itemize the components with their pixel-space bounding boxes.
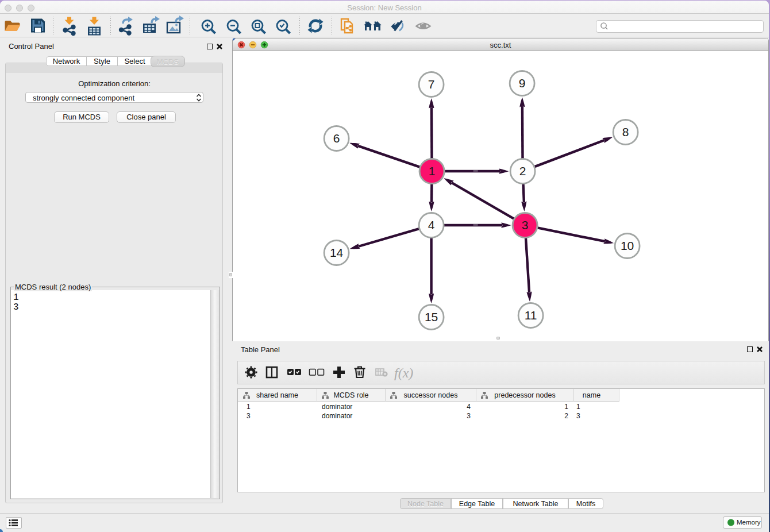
svg-text:14: 14 (330, 246, 344, 259)
svg-text:3: 3 (522, 218, 529, 232)
svg-text:f(x): f(x) (394, 365, 413, 380)
svg-text:1: 1 (429, 164, 436, 178)
svg-text:15: 15 (425, 310, 438, 323)
svg-text:8: 8 (622, 125, 629, 138)
svg-text:6: 6 (333, 132, 340, 145)
svg-text:9: 9 (519, 76, 526, 90)
svg-text:11: 11 (525, 309, 537, 322)
svg-text:2: 2 (519, 164, 526, 178)
svg-text:10: 10 (621, 239, 634, 252)
svg-text:4: 4 (428, 218, 435, 232)
svg-text:7: 7 (428, 78, 435, 91)
